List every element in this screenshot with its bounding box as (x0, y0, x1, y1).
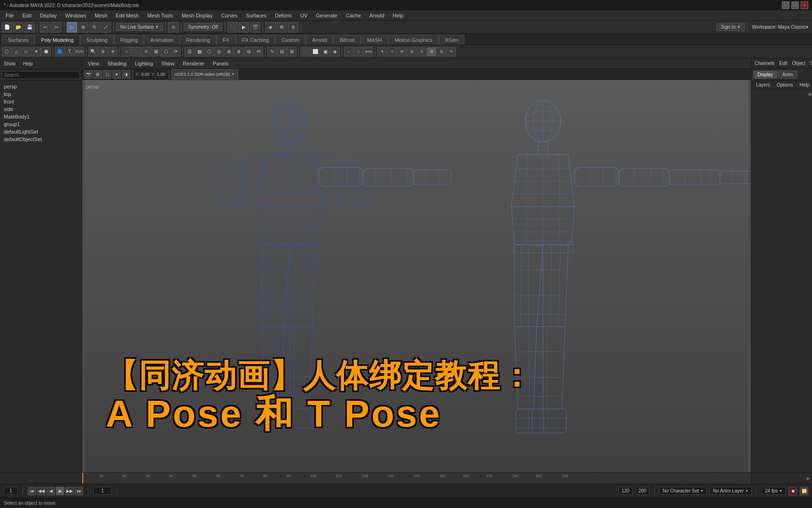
display-tab[interactable]: Display (753, 71, 777, 79)
right-scroll-arrow[interactable]: ◀ (807, 91, 811, 96)
minimize-button[interactable]: – (782, 1, 789, 9)
tab-animation[interactable]: Animation (144, 35, 180, 45)
tool-icon-33[interactable]: ↔ (344, 47, 353, 56)
range-end-field[interactable] (635, 487, 649, 495)
outliner-item-front[interactable]: front (0, 98, 82, 105)
tool-icon-30[interactable]: ⬜ (311, 47, 320, 56)
viewport-quality-button[interactable]: ◈ (265, 22, 276, 32)
tool-icon-24[interactable]: ⧉ (244, 47, 253, 56)
no-character-set-dropdown[interactable]: No Character Set ▼ (659, 487, 707, 495)
tool-icon-32[interactable]: ◈ (330, 47, 340, 56)
menu-item-uv[interactable]: UV (297, 12, 311, 19)
menu-item-mesh-tools[interactable]: Mesh Tools (143, 12, 177, 19)
right-panel-header-edit[interactable]: Edit (778, 61, 789, 66)
tool-icon-42[interactable]: ⊟ (437, 47, 446, 56)
new-scene-button[interactable]: 📄 (2, 22, 12, 32)
menu-item-edit-mesh[interactable]: Edit Mesh (112, 12, 142, 19)
viewport-menu-view[interactable]: View (84, 60, 103, 67)
open-scene-button[interactable]: 📂 (13, 22, 23, 32)
vp-wireframe-btn[interactable]: ◻ (103, 70, 111, 79)
tool-icon-17[interactable]: ⟳ (171, 47, 180, 56)
no-anim-layer-dropdown[interactable]: No Anim Layer ▼ (710, 487, 752, 495)
tool-icon-38[interactable]: ⊛ (397, 47, 406, 56)
fps-dropdown[interactable]: 24 fps ▼ (762, 487, 786, 495)
pause-button[interactable]: ⏸ (288, 22, 298, 32)
tool-icon-41[interactable]: ⊞ (427, 47, 436, 56)
tool-icon-26[interactable]: ✎ (267, 47, 277, 56)
timeline-track[interactable]: 10 20 30 40 50 60 70 80 90 100 110 120 1… (82, 473, 751, 484)
redo-button[interactable]: ↪ (51, 22, 62, 32)
tool-icon-23[interactable]: ⊗ (234, 47, 243, 56)
step-back-button[interactable]: ◀◀ (37, 487, 46, 495)
loop-button[interactable]: 🔁 (800, 487, 808, 495)
menu-item-generate[interactable]: Generate (312, 12, 341, 19)
tool-icon-6[interactable]: 🔵 (55, 47, 64, 56)
layers-subtab[interactable]: Layers (753, 82, 773, 88)
right-panel-header-show[interactable]: Show (809, 61, 812, 66)
tool-icon-10[interactable]: ⊞ (98, 47, 108, 56)
scale-button[interactable]: ⤢ (101, 22, 111, 32)
tab-arnold[interactable]: Arnold (306, 35, 333, 45)
tool-icon-18[interactable]: ☰ (185, 47, 194, 56)
render-all-button[interactable]: ⬛ (227, 22, 238, 32)
play-forward-button[interactable]: ▶ (56, 487, 64, 495)
tool-icon-4[interactable]: ✦ (31, 47, 41, 56)
vp-grid-btn[interactable]: ⊞ (94, 70, 102, 79)
outliner-item-side[interactable]: side (0, 105, 82, 113)
outliner-item-defaultlightset[interactable]: defaultLightSet (0, 128, 82, 135)
tool-icon-14[interactable]: ⊟ (141, 47, 151, 56)
outliner-item-defaultobjectset[interactable]: defaultObjectSet (0, 135, 82, 143)
tab-fx-caching[interactable]: FX Caching (236, 35, 275, 45)
menu-item-file[interactable]: File (2, 12, 18, 19)
menu-item-mesh[interactable]: Mesh (91, 12, 111, 19)
right-panel-header-channels[interactable]: Channels (753, 61, 776, 66)
current-frame-field[interactable] (93, 487, 112, 495)
tool-icon-15[interactable]: ⊠ (151, 47, 161, 56)
outliner-item-persp[interactable]: persp (0, 83, 82, 90)
ipr-button[interactable]: 🎬 (250, 22, 260, 32)
maximize-button[interactable]: □ (791, 1, 799, 9)
step-forward-button[interactable]: ▶▶ (65, 487, 74, 495)
tab-xgen[interactable]: XGen (439, 35, 464, 45)
outliner-item-malebody1[interactable]: MaleBody1 (0, 113, 82, 120)
tab-rigging[interactable]: Rigging (114, 35, 144, 45)
show-button[interactable]: Show (2, 60, 17, 67)
tool-icon-3[interactable]: ◇ (22, 47, 31, 56)
go-to-start-button[interactable]: ⏮ (28, 487, 36, 495)
viewport-menu-show[interactable]: Show (158, 60, 179, 67)
menu-item-deform[interactable]: Deform (271, 12, 296, 19)
frame-start-field[interactable] (4, 487, 18, 495)
tab-motion-graphics[interactable]: Motion Graphics (389, 35, 438, 45)
tool-icon-20[interactable]: ⬡ (204, 47, 214, 56)
tool-icon-27[interactable]: ⊟ (277, 47, 287, 56)
magnet-button[interactable]: ⊙ (168, 22, 179, 32)
tool-icon-35[interactable]: ⟺ (364, 47, 373, 56)
viewport-menu-renderer[interactable]: Renderer (179, 60, 208, 67)
tool-icon-29[interactable]: ⬛ (301, 47, 310, 56)
right-panel-header-object[interactable]: Object (791, 61, 807, 66)
tab-fx[interactable]: FX (217, 35, 235, 45)
menu-item-arnold[interactable]: Arnold (366, 12, 388, 19)
timeline-right-arrow[interactable]: ▶ (807, 476, 810, 481)
tool-icon-40[interactable]: ⊝ (417, 47, 426, 56)
tool-icon-16[interactable]: ⬡ (161, 47, 171, 56)
select-tool-button[interactable]: ▷ (67, 22, 77, 32)
tool-icon-19[interactable]: ▦ (195, 47, 204, 56)
tab-rendering[interactable]: Rendering (180, 35, 216, 45)
anim-tab[interactable]: Anim (778, 71, 797, 79)
tool-icon-43[interactable]: ✕ (446, 47, 456, 56)
viewport-menu-lighting[interactable]: Lighting (131, 60, 157, 67)
menu-item-surfaces[interactable]: Surfaces (242, 12, 270, 19)
tool-icon-12[interactable]: ○ (122, 47, 131, 56)
menu-item-display[interactable]: Display (36, 12, 61, 19)
tool-icon-21[interactable]: ◎ (214, 47, 224, 56)
viewport-menu-panels[interactable]: Panels (209, 60, 233, 67)
tool-icon-9[interactable]: 🔍 (88, 47, 98, 56)
render-current-button[interactable]: ▶ (239, 22, 249, 32)
tab-custom[interactable]: Custom (275, 35, 305, 45)
menu-item-edit[interactable]: Edit (19, 12, 35, 19)
menu-item-cache[interactable]: Cache (342, 12, 365, 19)
tab-surfaces[interactable]: Surfaces (2, 35, 34, 45)
tool-icon-39[interactable]: ⊜ (407, 47, 416, 56)
menu-item-windows[interactable]: Windows (62, 12, 90, 19)
